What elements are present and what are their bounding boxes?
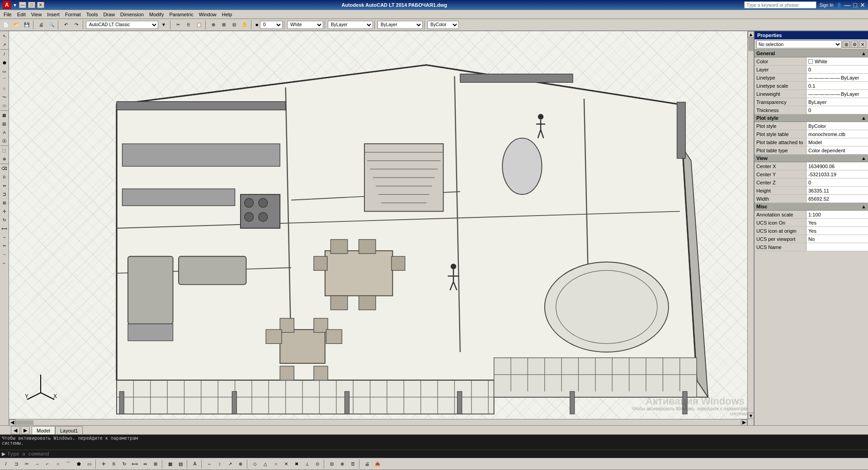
lt-circle[interactable]: ○ [0, 85, 9, 93]
btb-rotate[interactable]: ↻ [119, 459, 129, 469]
close-doc-btn[interactable]: ✕ [37, 2, 44, 8]
btb-gradient2[interactable]: ▤ [175, 459, 185, 469]
btb-snap-tan[interactable]: ⊙ [312, 459, 322, 469]
prop-transp-value[interactable]: ByLayer [807, 98, 868, 106]
lt-offset[interactable]: ⊐ [0, 190, 9, 198]
btb-snap-cen[interactable]: ○ [271, 459, 281, 469]
menu-format[interactable]: Format [62, 11, 84, 18]
prop-color-value[interactable]: White [807, 57, 868, 65]
menu-insert[interactable]: Insert [44, 11, 62, 18]
btb-copy2[interactable]: ⎘ [109, 459, 119, 469]
plotstyle-collapse[interactable]: ▲ [861, 115, 866, 121]
prop-lweight-value[interactable]: —————— ByLayer [807, 90, 868, 98]
color-combo[interactable]: White [287, 21, 323, 29]
general-collapse[interactable]: ▲ [861, 51, 866, 56]
lt-text[interactable]: A [0, 128, 9, 136]
titlebar-max[interactable]: □ [854, 1, 857, 9]
btb-extra1[interactable]: ⊟ [327, 459, 337, 469]
lt-trim[interactable]: ✂ [0, 242, 9, 250]
system-menu[interactable]: ▼ [13, 3, 17, 8]
btb-snap-node[interactable]: ✕ [281, 459, 291, 469]
print-btn[interactable]: 🖨 [36, 20, 46, 30]
tab-layout1[interactable]: Layout1 [55, 426, 83, 434]
save-btn[interactable]: 💾 [22, 20, 32, 30]
prop-height-value[interactable]: 36335.11 [807, 187, 868, 194]
prop-linetype-value[interactable]: —————— ByLayer [807, 74, 868, 81]
tab-model[interactable]: Model [32, 426, 55, 434]
menu-file[interactable]: File [1, 11, 14, 18]
menu-parametric[interactable]: Parametric [166, 11, 196, 18]
menu-edit[interactable]: Edit [14, 11, 28, 18]
min-btn[interactable]: — [19, 2, 26, 8]
prop-ucsname-value[interactable] [807, 243, 868, 251]
tb-zoom-prev[interactable]: ⊟ [229, 20, 239, 30]
misc-collapse[interactable]: ▲ [861, 204, 866, 209]
open-btn[interactable]: 📂 [11, 20, 21, 30]
prop-ucsvp-value[interactable]: No [807, 235, 868, 243]
lt-pick[interactable]: ↖ [0, 32, 9, 40]
prop-close-btn[interactable]: ✕ [859, 41, 866, 48]
tb-cut[interactable]: ✂ [173, 20, 183, 30]
btb-snap-end[interactable]: ◇ [250, 459, 260, 469]
lt-line[interactable]: / [0, 50, 9, 58]
prop-width-value[interactable]: 65692.52 [807, 195, 868, 202]
view-section-header[interactable]: View ▲ [755, 155, 868, 162]
prop-ps-value[interactable]: ByColor [807, 122, 868, 130]
prop-settings-btn[interactable]: ⚙ [851, 41, 858, 48]
lt-ellipse[interactable]: ⬭ [0, 102, 9, 110]
prop-ltscale-value[interactable]: 0.1 [807, 82, 868, 89]
btb-rect[interactable]: ▭ [84, 459, 94, 469]
tb-zoom-extents[interactable]: ⊕ [208, 20, 218, 30]
btb-publish[interactable]: 📤 [373, 459, 382, 469]
titlebar-min[interactable]: — [844, 1, 851, 9]
menu-dimension[interactable]: Dimension [118, 11, 146, 18]
menu-modify[interactable]: Modify [146, 11, 166, 18]
linetype-combo[interactable]: ByLayer [328, 21, 373, 29]
lt-mtext[interactable]: Ⓐ [0, 137, 9, 145]
undo-btn[interactable]: ↶ [61, 20, 71, 30]
general-section-header[interactable]: General ▲ [755, 50, 868, 57]
lt-extend[interactable]: → [0, 250, 9, 258]
command-input[interactable] [7, 451, 866, 457]
lt-poly[interactable]: ⬟ [0, 59, 9, 67]
btb-leader[interactable]: ↗ [225, 459, 235, 469]
btb-trim[interactable]: ✂ [22, 459, 32, 469]
tb-copy[interactable]: ⎘ [184, 20, 193, 30]
btb-fillet[interactable]: ⌐ [42, 459, 52, 469]
lt-scale[interactable]: ⟺ [0, 225, 9, 233]
menu-view[interactable]: View [28, 11, 45, 18]
btb-dim1[interactable]: ↔ [204, 459, 214, 469]
lt-mirror[interactable]: ⇔ [0, 182, 9, 190]
btb-array[interactable]: ⊞ [151, 459, 160, 469]
lt-block[interactable]: ⬚ [0, 146, 9, 155]
btb-arc[interactable]: ⌒ [63, 459, 73, 469]
prop-cy-value[interactable]: -5321033.19 [807, 170, 868, 178]
prop-cx-value[interactable]: 1634900.06 [807, 162, 868, 170]
lt-erase[interactable]: ⌫ [0, 164, 9, 173]
vertical-scrollbar[interactable]: ▲ ▼ [747, 31, 754, 425]
btb-hatch2[interactable]: ▦ [165, 459, 175, 469]
lt-pick2[interactable]: ↗ [0, 41, 9, 49]
prop-toggle-btn[interactable]: ⊞ [843, 41, 850, 48]
lt-array[interactable]: ⊞ [0, 199, 9, 207]
btb-scale[interactable]: ⟺ [130, 459, 140, 469]
lt-gradient[interactable]: ▤ [0, 120, 9, 128]
view-collapse[interactable]: ▲ [861, 155, 866, 161]
lt-hatch[interactable]: ▦ [0, 111, 9, 119]
workspace-arrow[interactable]: ▼ [159, 20, 169, 30]
btb-line[interactable]: / [1, 459, 11, 469]
btb-snap-int[interactable]: ✖ [292, 459, 302, 469]
menu-window[interactable]: Window [196, 11, 219, 18]
print-preview-btn[interactable]: 🔍 [47, 20, 57, 30]
btb-dim2[interactable]: ↕ [215, 459, 225, 469]
btb-tol[interactable]: ⊕ [236, 459, 245, 469]
scroll-thumb-v[interactable] [748, 38, 754, 51]
tb-paste[interactable]: 📋 [194, 20, 204, 30]
tb-pan[interactable]: ✋ [240, 20, 250, 30]
scroll-right[interactable]: ▶ [741, 419, 747, 426]
lt-rotate[interactable]: ↻ [0, 216, 9, 224]
lt-move[interactable]: ✛ [0, 207, 9, 216]
btb-offset[interactable]: ⊐ [11, 459, 21, 469]
btb-print[interactable]: 🖨 [362, 459, 372, 469]
app-icon[interactable]: A [3, 1, 11, 9]
